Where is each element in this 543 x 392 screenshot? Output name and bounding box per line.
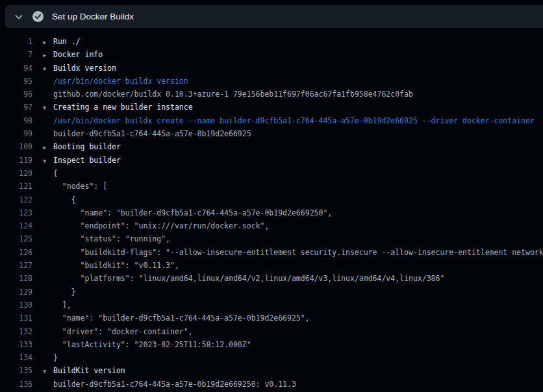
log-line[interactable]: 100▶Booting builder	[0, 140, 543, 153]
line-number[interactable]: 129	[0, 286, 32, 299]
log-line[interactable]: 135▼BuildKit version	[0, 364, 543, 377]
log-line: 99builder-d9cfb5a1-c764-445a-a57e-0b19d2…	[0, 127, 543, 140]
collapse-arrow-icon[interactable]: ▼	[43, 365, 53, 378]
line-number[interactable]: 100	[0, 140, 32, 153]
log-text: github.com/docker/buildx 0.10.3+azure-1 …	[53, 88, 413, 101]
log-line: 120{	[0, 167, 543, 180]
log-text: BuildKit version	[53, 364, 125, 377]
log-text: "status": "running",	[53, 232, 170, 245]
line-number[interactable]: 98	[0, 114, 32, 127]
line-number[interactable]: 120	[0, 167, 32, 180]
log-line: 127 "buildkit": "v0.11.3",	[0, 259, 543, 272]
expand-arrow-icon[interactable]: ▶	[43, 36, 53, 49]
log-text: "buildkitd-flags": "--allow-insecure-ent…	[53, 246, 543, 259]
log-text: {	[53, 167, 58, 180]
log-text: }	[53, 351, 58, 364]
line-number[interactable]: 125	[0, 232, 32, 245]
actions-log-viewer: Set up Docker Buildx 1▶Run ./7▶Docker in…	[0, 0, 543, 392]
log-text: Docker info	[53, 48, 103, 61]
line-number[interactable]: 124	[0, 219, 32, 232]
log-text: "name": "builder-d9cfb5a1-c764-445a-a57e…	[53, 312, 310, 325]
log-line: 122 {	[0, 193, 543, 206]
log-text: "nodes": [	[53, 180, 107, 193]
log-text: "endpoint": "unix:///var/run/docker.sock…	[53, 219, 269, 232]
line-number[interactable]: 1	[0, 35, 32, 48]
line-number[interactable]: 128	[0, 272, 32, 285]
line-number[interactable]: 119	[0, 154, 32, 167]
log-line[interactable]: 94▼Buildx version	[0, 62, 543, 75]
log-line: 121 "nodes": [	[0, 180, 543, 193]
log-line: 96github.com/docker/buildx 0.10.3+azure-…	[0, 88, 543, 101]
log-text: /usr/bin/docker buildx create --name bui…	[53, 114, 535, 127]
line-number[interactable]: 121	[0, 180, 32, 193]
log-line: 136builder-d9cfb5a1-c764-445a-a57e-0b19d…	[0, 378, 543, 391]
line-number[interactable]: 132	[0, 325, 32, 338]
log-line: 134}	[0, 351, 543, 364]
line-number[interactable]: 94	[0, 62, 32, 75]
log-text: Booting builder	[53, 140, 121, 153]
log-line: 128 "platforms": "linux/amd64,linux/amd6…	[0, 272, 543, 285]
log-text: {	[53, 193, 76, 206]
expand-arrow-icon[interactable]: ▶	[43, 49, 53, 62]
log-text: Run ./	[53, 35, 81, 48]
log-text: "name": "builder-d9cfb5a1-c764-445a-a57e…	[53, 206, 332, 219]
line-number[interactable]: 127	[0, 259, 32, 272]
log-line: 129 }	[0, 286, 543, 299]
log-text: builder-d9cfb5a1-c764-445a-a57e-0b19d2e6…	[53, 127, 251, 140]
log-line: 130 ],	[0, 299, 543, 312]
log-text: /usr/bin/docker buildx version	[53, 75, 188, 88]
line-number[interactable]: 135	[0, 364, 32, 377]
line-number[interactable]: 96	[0, 88, 32, 101]
step-header[interactable]: Set up Docker Buildx	[5, 5, 543, 28]
log-line[interactable]: 7▶Docker info	[0, 48, 543, 61]
log-line[interactable]: 119▼Inspect builder	[0, 154, 543, 167]
log-text: Creating a new builder instance	[53, 101, 193, 114]
log-line: 132 "driver": "docker-container",	[0, 325, 543, 338]
log-lines: 1▶Run ./7▶Docker info94▼Buildx version95…	[0, 28, 543, 392]
log-text: Inspect builder	[53, 154, 121, 167]
line-number[interactable]: 130	[0, 299, 32, 312]
log-text: "lastActivity": "2023-02-25T11:58:12.000…	[53, 338, 251, 351]
chevron-down-icon[interactable]	[14, 12, 24, 22]
line-number[interactable]: 99	[0, 127, 32, 140]
log-line: 123 "name": "builder-d9cfb5a1-c764-445a-…	[0, 206, 543, 219]
log-text: Buildx version	[53, 62, 116, 75]
log-line: 126 "buildkitd-flags": "--allow-insecure…	[0, 246, 543, 259]
line-number[interactable]: 122	[0, 193, 32, 206]
check-circle-icon	[32, 11, 44, 22]
log-line[interactable]: 97▼Creating a new builder instance	[0, 101, 543, 114]
log-text: "buildkit": "v0.11.3",	[53, 259, 179, 272]
line-number[interactable]: 133	[0, 338, 32, 351]
collapse-arrow-icon[interactable]: ▼	[43, 154, 53, 167]
log-line: 95/usr/bin/docker buildx version	[0, 75, 543, 88]
line-number[interactable]: 134	[0, 351, 32, 364]
line-number[interactable]: 7	[0, 48, 32, 61]
log-line: 133 "lastActivity": "2023-02-25T11:58:12…	[0, 338, 543, 351]
log-line: 131 "name": "builder-d9cfb5a1-c764-445a-…	[0, 312, 543, 325]
line-number[interactable]: 95	[0, 75, 32, 88]
line-number[interactable]: 123	[0, 206, 32, 219]
log-line: 125 "status": "running",	[0, 232, 543, 245]
line-number[interactable]: 126	[0, 246, 32, 259]
log-line: 98/usr/bin/docker buildx create --name b…	[0, 114, 543, 127]
log-text: ],	[53, 299, 71, 312]
collapse-arrow-icon[interactable]: ▼	[43, 101, 53, 114]
log-text: "driver": "docker-container",	[53, 325, 193, 338]
log-text: "platforms": "linux/amd64,linux/amd64/v2…	[53, 272, 444, 285]
line-number[interactable]: 131	[0, 312, 32, 325]
log-text: }	[53, 286, 76, 299]
collapse-arrow-icon[interactable]: ▼	[43, 62, 53, 75]
line-number[interactable]: 136	[0, 378, 32, 391]
log-line[interactable]: 1▶Run ./	[0, 35, 543, 48]
line-number[interactable]: 97	[0, 101, 32, 114]
step-title: Set up Docker Buildx	[52, 12, 134, 21]
expand-arrow-icon[interactable]: ▶	[43, 141, 53, 154]
log-text: builder-d9cfb5a1-c764-445a-a57e-0b19d2e6…	[53, 378, 296, 391]
log-line: 124 "endpoint": "unix:///var/run/docker.…	[0, 219, 543, 232]
